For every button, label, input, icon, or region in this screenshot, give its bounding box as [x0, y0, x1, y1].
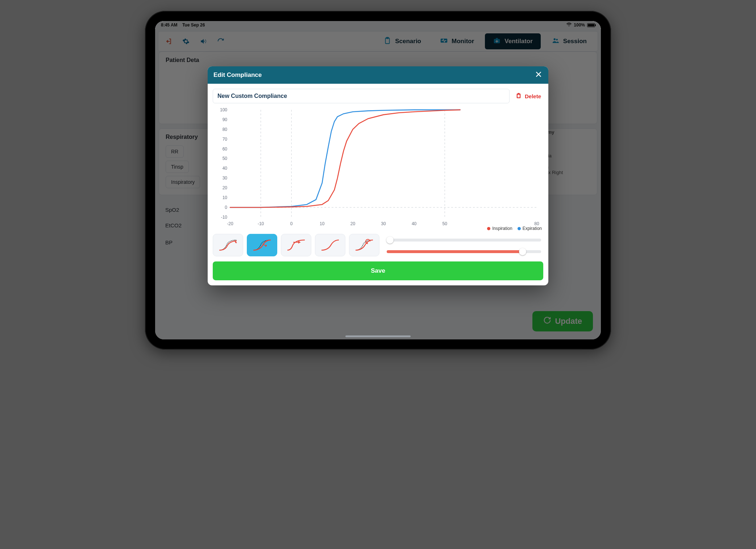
- svg-text:20: 20: [223, 185, 228, 190]
- svg-text:70: 70: [223, 137, 228, 142]
- chart-svg: -100102030405060708090100-20-10010203040…: [213, 107, 543, 230]
- edit-compliance-modal: Edit Compliance Delete -100102030: [208, 66, 548, 285]
- svg-text:100: 100: [220, 107, 227, 112]
- sliders: [383, 236, 543, 254]
- slider-bottom[interactable]: [387, 249, 541, 254]
- delete-label: Delete: [525, 93, 541, 99]
- ipad-inner: 8:45 AM Tue Sep 26 100%: [151, 17, 605, 343]
- svg-text:40: 40: [223, 166, 228, 171]
- svg-text:80: 80: [534, 221, 539, 226]
- screen: 8:45 AM Tue Sep 26 100%: [155, 21, 601, 339]
- svg-text:80: 80: [223, 127, 228, 132]
- svg-text:30: 30: [381, 221, 386, 226]
- shape-option-2[interactable]: [247, 234, 277, 256]
- chart-legend: Inspiration Expiration: [487, 226, 542, 231]
- legend-expiration: Expiration: [523, 226, 542, 231]
- trash-icon: [515, 92, 522, 100]
- svg-rect-7: [518, 93, 520, 94]
- close-icon[interactable]: [535, 70, 543, 80]
- shape-option-1[interactable]: [213, 234, 243, 256]
- delete-button[interactable]: Delete: [513, 90, 543, 102]
- shape-controls: [213, 234, 543, 256]
- modal-header: Edit Compliance: [208, 66, 548, 84]
- modal-body: Delete -100102030405060708090100-20-1001…: [208, 84, 548, 285]
- modal-title: Edit Compliance: [213, 71, 262, 79]
- compliance-chart: -100102030405060708090100-20-10010203040…: [213, 107, 543, 230]
- compliance-name-input[interactable]: [213, 89, 510, 103]
- svg-text:0: 0: [225, 205, 227, 210]
- legend-inspiration: Inspiration: [492, 226, 512, 231]
- svg-text:40: 40: [412, 221, 417, 226]
- svg-rect-6: [518, 94, 520, 97]
- svg-text:50: 50: [443, 221, 448, 226]
- svg-text:-10: -10: [258, 221, 264, 226]
- svg-text:20: 20: [350, 221, 356, 226]
- shape-option-5[interactable]: [349, 234, 379, 256]
- svg-text:90: 90: [223, 117, 228, 122]
- svg-text:-10: -10: [221, 215, 228, 220]
- shape-option-3[interactable]: [281, 234, 311, 256]
- shape-option-4[interactable]: [315, 234, 345, 256]
- svg-text:30: 30: [223, 176, 228, 181]
- ipad-frame: 8:45 AM Tue Sep 26 100%: [145, 11, 611, 350]
- svg-text:10: 10: [223, 195, 228, 200]
- svg-text:50: 50: [223, 156, 228, 161]
- slider-top[interactable]: [387, 238, 541, 242]
- svg-text:0: 0: [290, 221, 293, 226]
- save-button[interactable]: Save: [213, 261, 543, 280]
- svg-text:-20: -20: [227, 221, 233, 226]
- save-label: Save: [371, 267, 385, 274]
- svg-text:60: 60: [223, 146, 228, 152]
- svg-text:10: 10: [320, 221, 325, 226]
- home-indicator: [345, 335, 411, 337]
